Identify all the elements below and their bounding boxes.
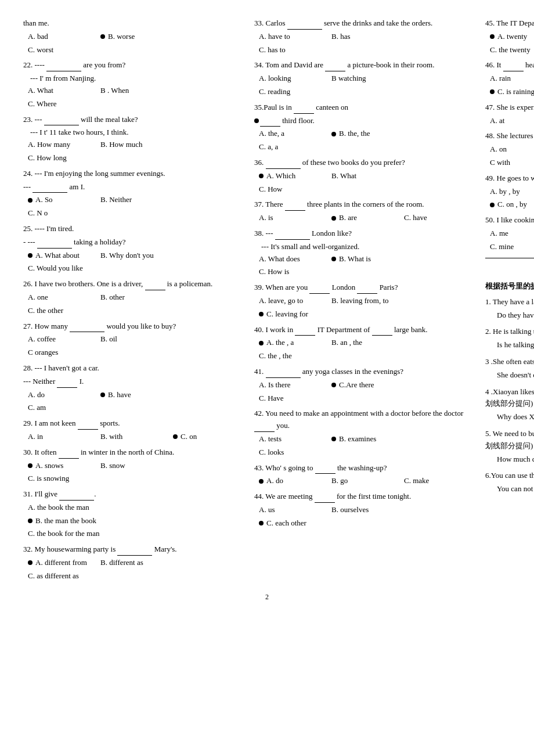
bullet-icon xyxy=(331,257,336,261)
option-c: C. have xyxy=(404,212,474,224)
option-c: C. on xyxy=(173,431,243,443)
option-b-label: B. examines xyxy=(339,433,376,445)
q47: 47. She is experienced teaching. A. at B… xyxy=(485,102,534,127)
q38-text: 38. --- London like? xyxy=(254,228,474,240)
option-b: B. with xyxy=(100,431,170,443)
option-a: A. the, a xyxy=(259,128,329,140)
q28-blank xyxy=(57,380,77,388)
q-than-me-text: than me. xyxy=(23,17,243,30)
q27-text: 27. How many would you like to buy? xyxy=(23,321,243,333)
option-a-label: A. the, a xyxy=(259,128,284,140)
option-a-label: A. tests xyxy=(259,433,282,445)
q43-options: A. do B. go C. make xyxy=(254,475,474,487)
option-a: A. Which xyxy=(259,170,329,182)
q23: 23. --- will the meal take? --- I t' 11 … xyxy=(23,114,243,164)
q39-blank2 xyxy=(357,286,377,294)
option-b-label: B. ourselves xyxy=(331,504,369,516)
column-2: 33. Carlos serve the drinks and take the… xyxy=(251,17,477,586)
q40-blank2 xyxy=(372,327,392,336)
option-a: A. looking xyxy=(259,73,329,85)
option-a: A. Is there xyxy=(259,379,329,391)
option-a: A. bad xyxy=(28,31,98,43)
option-b: B. snow xyxy=(100,460,170,472)
q45: 45. The IT Department is on the top floo… xyxy=(485,17,534,56)
option-a-label: A. How many xyxy=(28,139,70,151)
option-c-label: C. looks xyxy=(259,447,284,459)
q24: 24. --- I'm enjoying the long summer eve… xyxy=(23,168,243,219)
option-a-label: A. bad xyxy=(28,31,48,43)
q44-blank xyxy=(315,495,335,503)
option-a: A. So xyxy=(28,194,98,206)
bullet-icon xyxy=(28,560,33,565)
option-a-label: A. us xyxy=(259,504,275,516)
section3-subtitle: 根据括号里的提示或利用括号里的词语改写下列句子 xyxy=(485,280,534,293)
q46: 46. It heavily here at this moment. A. r… xyxy=(485,59,534,98)
q31-options: A. the book the man B. the man the book … xyxy=(23,502,243,540)
option-c-label: C. leaving for xyxy=(266,308,308,321)
option-a-label: A. Is there xyxy=(259,379,291,391)
option-b: B. different as xyxy=(100,557,170,569)
q48: 48. She lectures French. A. on B. in C w… xyxy=(485,130,534,168)
option-a: A. do xyxy=(259,475,329,487)
bullet-icon xyxy=(28,463,33,468)
q40-blank xyxy=(295,327,315,336)
option-c-label: C. have xyxy=(404,212,427,224)
bullet-icon xyxy=(259,312,264,316)
bullet-icon xyxy=(100,393,105,397)
q47-text: 47. She is experienced teaching. xyxy=(485,102,534,114)
option-a-label: A. leave, go to xyxy=(259,295,303,307)
option-c-label: C. How xyxy=(259,183,282,196)
option-c-label: C. the book for the man xyxy=(28,528,99,540)
q35-blank xyxy=(294,106,314,114)
q41: 41. any yoga classes in the evenings? A.… xyxy=(254,366,474,404)
q27-blank xyxy=(70,324,104,332)
option-c: C oranges xyxy=(28,347,98,359)
q23-blank xyxy=(44,117,79,125)
q37-text: 37. There three plants in the corners of… xyxy=(254,199,474,211)
bullet-icon xyxy=(28,253,33,258)
option-a-label: A. at xyxy=(490,115,504,127)
option-a-label: A. coffee xyxy=(28,333,56,345)
q39-options: A. leave, go to B. leaving from, to C. l… xyxy=(254,295,474,321)
q32-blank xyxy=(117,548,152,556)
option-c-label: C. How is xyxy=(259,266,289,278)
option-c-label: C. the twenty xyxy=(490,44,531,56)
q38-options: A. What does B. What is C. How is xyxy=(254,253,474,279)
option-a: A. coffee xyxy=(28,333,98,345)
option-b-label: B. has xyxy=(331,31,351,43)
q31-blank xyxy=(59,492,94,501)
q35: 35.Paul is in canteen on third floor. A.… xyxy=(254,102,474,153)
option-c: C. Have xyxy=(259,393,329,405)
option-b: B. have xyxy=(100,389,170,401)
q41-text: 41. any yoga classes in the evenings? xyxy=(254,366,474,378)
transform-3-answer: She doesn't often eat fish at lunchtime. xyxy=(485,369,534,381)
transform-4: 4 .Xiaoyan likes living in Shanghai beca… xyxy=(485,386,534,423)
transform-1: 1. They have a large house.(改为一般疑问句) Do … xyxy=(485,296,534,322)
q42: 42. You need to make an appointment with… xyxy=(254,408,474,458)
q28: 28. --- I haven't got a car. --- Neither… xyxy=(23,362,243,414)
q39-text: 39. When are you London Paris? xyxy=(254,282,474,294)
transform-5-answer: How much cream do we need to buy for fou… xyxy=(485,453,534,466)
transform-1-question: 1. They have a large house.(改为一般疑问句) xyxy=(485,296,534,308)
q30-blank xyxy=(59,451,79,459)
option-b-label: B. oil xyxy=(100,333,117,345)
q49-options: A. by , by B. by , on C. on , by xyxy=(485,186,534,211)
q40-options: A. the , a B. an , the C. the , the xyxy=(254,337,474,362)
q39: 39. When are you London Paris? A. leave,… xyxy=(254,282,474,320)
option-c-label: C. How long xyxy=(28,152,67,164)
q32-text: 32. My housewarming party is Mary's. xyxy=(23,543,243,556)
bullet-icon xyxy=(259,341,264,345)
q26: 26. I have two brothers. One is a driver… xyxy=(23,278,243,316)
option-c-label: C. is snowing xyxy=(28,473,69,485)
bullet-icon xyxy=(100,34,105,39)
q24-blank xyxy=(33,185,67,193)
option-b-label: B. an , the xyxy=(331,337,362,349)
q22-sub: --- I' m from Nanjing. xyxy=(23,73,243,85)
transform-2-answer: Is he talking to a customer? xyxy=(485,339,534,351)
q35-text: 35.Paul is in canteen on xyxy=(254,102,474,114)
option-c-label: C. on , by xyxy=(497,199,527,211)
option-c-label: C. a, a xyxy=(259,141,278,153)
q38-sub: --- It's small and well-organized. xyxy=(254,241,474,253)
option-b: B. the man the book xyxy=(28,515,144,527)
option-a-label: A. What xyxy=(28,85,53,97)
